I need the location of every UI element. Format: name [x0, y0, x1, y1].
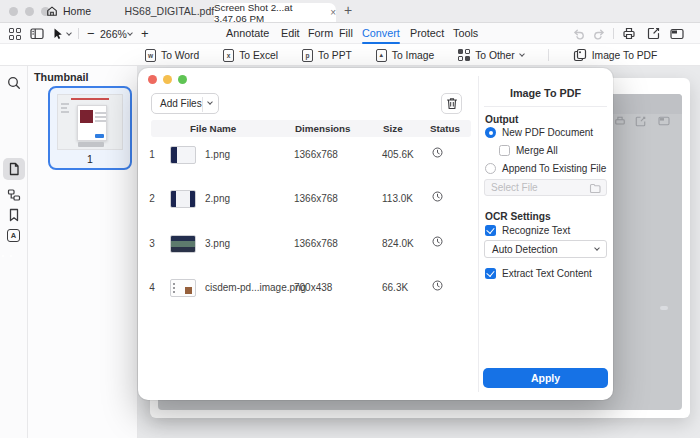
undo-button[interactable] [572, 23, 585, 44]
zoom-level-value[interactable]: 266% [100, 23, 127, 44]
radio-selected-icon [485, 127, 496, 138]
table-row[interactable]: 2 2.png 1366x768 113.0K [138, 190, 478, 208]
zoom-in-button[interactable]: + [141, 23, 149, 44]
file-size: 113.0K [382, 190, 413, 208]
previous-page-button[interactable] [10, 432, 24, 438]
select-file-placeholder: Select File [491, 182, 538, 193]
checkbox-recognize-text[interactable]: Recognize Text [485, 225, 570, 236]
tab-close-icon[interactable]: × [330, 8, 336, 18]
file-dimensions: 1366x768 [294, 235, 338, 253]
layout-view-button[interactable] [670, 23, 684, 44]
page-thumbnail-selected[interactable]: 1 [48, 86, 132, 170]
convert-toolbar: w To Word x To Excel p To PPT ▴ To Image… [0, 44, 700, 66]
table-row[interactable]: 4 cisdem-pd...image.png 700x438 66.3K [138, 279, 478, 297]
to-ppt-button[interactable]: p To PPT [302, 49, 352, 62]
language-detection-select[interactable]: Auto Detection [484, 240, 607, 258]
redo-button[interactable] [593, 23, 606, 44]
row-index: 3 [144, 235, 160, 253]
printer-icon [614, 116, 626, 127]
checkbox-merge-all[interactable]: Merge All [499, 145, 558, 156]
file-dimensions: 1366x768 [294, 190, 338, 208]
grid-view-button[interactable] [9, 23, 21, 44]
file-thumbnail [170, 190, 196, 208]
bookmark-panel-button[interactable] [7, 208, 21, 222]
menu-edit[interactable]: Edit [281, 23, 300, 44]
thumbnail-panel: Thumbnail 1 [28, 66, 138, 438]
dialog-traffic-lights [148, 75, 187, 84]
home-icon [46, 5, 58, 17]
apply-button[interactable]: Apply [483, 368, 608, 388]
column-status: Status [430, 120, 460, 137]
file-thumbnail [170, 235, 196, 253]
to-word-button[interactable]: w To Word [145, 49, 199, 62]
app-window: Home HS68_DIGITAL.pdf_Copy Screen Shot 2… [0, 0, 700, 438]
image-to-pdf-button[interactable]: Image To PDF [573, 48, 658, 62]
radio-append-existing[interactable]: Append To Existing File [485, 163, 606, 174]
recognize-text-label: Recognize Text [502, 225, 570, 236]
close-window-button[interactable] [9, 7, 18, 16]
zoom-dropdown-button[interactable] [128, 23, 132, 44]
menu-convert[interactable]: Convert [362, 23, 400, 44]
toolbar-divider [78, 28, 79, 39]
main-toolbar: − 266% + Annotate Edit Form Fill Convert… [0, 23, 700, 44]
menu-fill[interactable]: Fill [339, 23, 353, 44]
zoom-out-button[interactable]: − [87, 23, 95, 44]
select-file-input[interactable]: Select File [484, 179, 607, 196]
page-thumbnail-image [57, 94, 123, 150]
file-size: 405.6K [382, 146, 414, 164]
chevron-down-icon [66, 30, 72, 36]
other-formats-icon [458, 49, 470, 61]
organize-pages-icon [7, 188, 21, 202]
layout-icon [658, 116, 670, 126]
image-to-pdf-dialog: Add Files File Name Dimensions Size Stat… [138, 68, 613, 400]
print-button[interactable] [622, 23, 636, 44]
menu-tools[interactable]: Tools [453, 23, 478, 44]
file-name: 3.png [205, 235, 230, 253]
thumbnail-panel-title: Thumbnail [34, 71, 89, 83]
sidebar-toggle-button[interactable] [30, 23, 44, 44]
status-pending-icon [432, 190, 443, 208]
to-excel-button[interactable]: x To Excel [223, 49, 278, 62]
checkbox-extract-text[interactable]: Extract Text Content [485, 268, 592, 279]
row-index: 1 [144, 146, 160, 164]
panel-title: Image To PDF [478, 87, 613, 99]
ppt-file-icon: p [302, 49, 313, 62]
tab-active-document[interactable]: Screen Shot 2...at 3.47.06 PM × [214, 3, 336, 22]
cursor-icon [53, 28, 63, 40]
select-tool-button[interactable] [53, 23, 71, 44]
search-button[interactable] [7, 76, 21, 90]
file-name: 2.png [205, 190, 230, 208]
dialog-minimize-button[interactable] [163, 75, 172, 84]
to-image-button[interactable]: ▴ To Image [376, 49, 434, 62]
radio-new-pdf-document[interactable]: New PDF Document [485, 127, 593, 138]
dialog-close-button[interactable] [148, 75, 157, 84]
undo-icon [572, 28, 585, 40]
layout-icon [670, 28, 684, 40]
thumbnail-page-number: 1 [50, 153, 130, 165]
file-size: 824.0K [382, 235, 414, 253]
grid-view-icon [9, 28, 21, 40]
menu-protect[interactable]: Protect [410, 23, 444, 44]
left-icon-rail: A 1 1 [0, 66, 28, 438]
search-icon [7, 76, 21, 90]
menu-annotate[interactable]: Annotate [226, 23, 269, 44]
ai-assistant-button[interactable] [7, 250, 21, 264]
table-row[interactable]: 3 3.png 1366x768 824.0K [138, 235, 478, 253]
new-tab-button[interactable]: + [344, 2, 352, 18]
panel-title-divider [484, 106, 607, 107]
add-files-button[interactable]: Add Files [151, 93, 219, 114]
to-other-button[interactable]: To Other [458, 49, 524, 61]
share-button[interactable] [647, 23, 660, 44]
thumbnail-panel-button[interactable] [7, 162, 21, 176]
file-dimensions: 1366x768 [294, 146, 338, 164]
annotation-panel-button[interactable]: A [7, 229, 21, 243]
dialog-zoom-button[interactable] [178, 75, 187, 84]
minimize-window-button[interactable] [25, 7, 34, 16]
page-organize-button[interactable] [7, 188, 21, 202]
delete-files-button[interactable] [441, 93, 462, 114]
share-export-icon [635, 116, 646, 127]
menu-form[interactable]: Form [308, 23, 333, 44]
tab-home[interactable]: Home [46, 0, 91, 22]
output-section-label: Output [485, 114, 518, 125]
table-row[interactable]: 1 1.png 1366x768 405.6K [138, 146, 478, 164]
